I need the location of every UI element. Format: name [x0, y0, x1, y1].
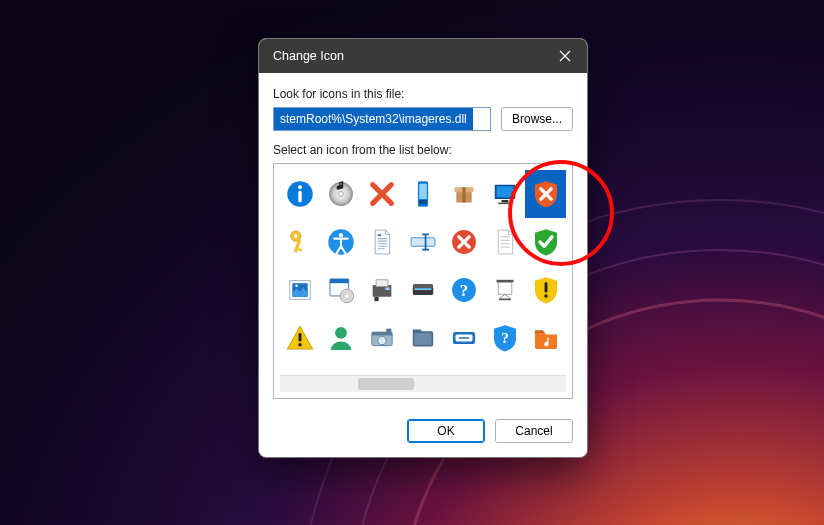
- svg-rect-54: [372, 332, 392, 335]
- camera-icon[interactable]: [362, 314, 403, 362]
- change-icon-dialog: Change Icon Look for icons in this file:…: [258, 38, 588, 458]
- music-folder-icon[interactable]: [525, 314, 566, 362]
- svg-rect-27: [425, 234, 427, 249]
- svg-point-55: [378, 336, 387, 345]
- desktop-background: Change Icon Look for icons in this file:…: [0, 0, 824, 525]
- svg-rect-6: [299, 191, 302, 203]
- icon-list-box: ? ?: [273, 163, 573, 399]
- svg-point-8: [339, 191, 344, 196]
- ok-button[interactable]: OK: [407, 419, 485, 443]
- warning-triangle-icon[interactable]: [280, 314, 321, 362]
- close-button[interactable]: [543, 39, 587, 73]
- run-icon[interactable]: [443, 314, 484, 362]
- error-circle-icon[interactable]: [443, 218, 484, 266]
- svg-rect-17: [501, 200, 508, 203]
- file-path-input[interactable]: stemRoot%\System32\imageres.dll: [273, 107, 491, 131]
- help-icon[interactable]: ?: [443, 266, 484, 314]
- svg-point-31: [296, 284, 299, 287]
- cross-red-icon[interactable]: [362, 170, 403, 218]
- svg-rect-33: [330, 279, 349, 283]
- dialog-title: Change Icon: [273, 49, 344, 63]
- svg-rect-18: [498, 203, 512, 205]
- scrollbar-thumb[interactable]: [358, 378, 414, 390]
- svg-rect-42: [414, 288, 431, 290]
- svg-rect-41: [413, 284, 433, 288]
- svg-rect-25: [378, 234, 381, 236]
- svg-rect-47: [499, 299, 511, 301]
- fax-icon[interactable]: [362, 266, 403, 314]
- key-icon[interactable]: [280, 218, 321, 266]
- cd-music-icon[interactable]: [321, 170, 362, 218]
- scanner-icon[interactable]: [403, 266, 444, 314]
- document-icon[interactable]: [362, 218, 403, 266]
- rename-icon[interactable]: [403, 218, 444, 266]
- shield-warning-icon[interactable]: [525, 266, 566, 314]
- svg-rect-39: [386, 287, 390, 290]
- page-icon[interactable]: [484, 218, 525, 266]
- svg-rect-58: [414, 333, 431, 345]
- svg-rect-10: [419, 184, 427, 199]
- svg-rect-56: [386, 329, 391, 332]
- help-shield-icon[interactable]: ?: [484, 314, 525, 362]
- svg-text:?: ?: [460, 281, 469, 300]
- select-icon-label: Select an icon from the list below:: [273, 143, 573, 157]
- svg-text:?: ?: [501, 329, 509, 346]
- picture-icon[interactable]: [280, 266, 321, 314]
- svg-rect-14: [462, 187, 465, 202]
- phone-icon[interactable]: [403, 170, 444, 218]
- svg-rect-38: [374, 297, 378, 301]
- file-path-value: stemRoot%\System32\imageres.dll: [274, 107, 473, 131]
- box-icon[interactable]: [443, 170, 484, 218]
- shield-x-icon[interactable]: [525, 170, 566, 218]
- svg-rect-48: [544, 282, 547, 292]
- horizontal-scrollbar[interactable]: [280, 375, 566, 392]
- svg-rect-46: [498, 282, 512, 294]
- look-for-label: Look for icons in this file:: [273, 87, 573, 101]
- svg-point-24: [339, 233, 343, 237]
- user-icon[interactable]: [321, 314, 362, 362]
- projector-screen-icon[interactable]: [484, 266, 525, 314]
- shield-check-icon[interactable]: [525, 218, 566, 266]
- svg-point-35: [346, 294, 349, 297]
- icon-grid[interactable]: ? ?: [280, 170, 566, 375]
- browse-button[interactable]: Browse...: [501, 107, 573, 131]
- svg-rect-16: [496, 186, 513, 197]
- cancel-button[interactable]: Cancel: [495, 419, 573, 443]
- svg-rect-11: [419, 200, 427, 204]
- svg-point-5: [299, 185, 303, 189]
- svg-rect-50: [299, 333, 302, 342]
- svg-rect-26: [411, 238, 435, 247]
- close-icon: [559, 50, 571, 62]
- titlebar[interactable]: Change Icon: [259, 39, 587, 73]
- svg-rect-59: [413, 330, 422, 333]
- folder-icon[interactable]: [403, 314, 444, 362]
- svg-point-49: [544, 294, 547, 297]
- info-icon[interactable]: [280, 170, 321, 218]
- svg-point-52: [335, 327, 347, 339]
- svg-point-51: [299, 343, 302, 346]
- svg-rect-37: [376, 280, 388, 287]
- monitor-icon[interactable]: [484, 170, 525, 218]
- accessibility-icon[interactable]: [321, 218, 362, 266]
- window-disc-icon[interactable]: [321, 266, 362, 314]
- svg-rect-22: [298, 248, 303, 252]
- svg-point-20: [294, 234, 297, 237]
